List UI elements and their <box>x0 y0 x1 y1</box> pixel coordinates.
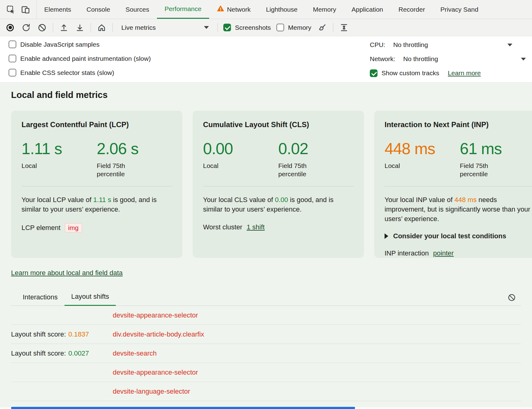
layout-shift-row[interactable]: div.devsite-floating-action-buttons <box>11 401 521 407</box>
page-title: Local and field metrics <box>11 90 521 100</box>
layout-shift-row[interactable]: devsite-appearance-selector <box>11 363 521 382</box>
lcp-field-label: Field 75th percentile <box>97 162 136 178</box>
layout-shift-row[interactable]: Layout shift score: 0.0027 devsite-searc… <box>11 344 521 363</box>
tab-performance[interactable]: Performance <box>157 0 209 19</box>
network-label: Network: <box>370 55 395 63</box>
lcp-field-value: 2.06 s <box>97 139 172 158</box>
cls-shift-link[interactable]: 1 shift <box>247 223 265 231</box>
live-metrics-panel: Local and field metrics Largest Contentf… <box>0 83 532 407</box>
screenshots-checkbox[interactable] <box>223 24 231 31</box>
cls-worst-cluster-label: Worst cluster <box>203 223 242 231</box>
shift-element-link[interactable]: devsite-language-selector <box>113 388 190 395</box>
cls-card: Cumulative Layout Shift (CLS) 0.00 Local… <box>193 111 364 258</box>
warning-icon <box>217 5 224 14</box>
inp-card-title: Interaction to Next Paint (INP) <box>385 120 532 129</box>
lcp-card: Largest Contentful Paint (LCP) 1.11 s Lo… <box>11 111 182 258</box>
save-profile-icon[interactable] <box>75 22 85 33</box>
custom-tracks-checkbox-row[interactable]: Show custom tracks <box>370 69 439 77</box>
network-throttling-select[interactable]: No throttling <box>403 55 438 63</box>
css-selector-stats-row[interactable]: Enable CSS selector stats (slow) <box>9 69 151 76</box>
memory-checkbox-row[interactable]: Memory <box>276 24 311 31</box>
cls-card-title: Cumulative Layout Shift (CLS) <box>203 120 354 129</box>
screenshots-checkbox-row[interactable]: Screenshots <box>223 24 271 31</box>
tab-sources[interactable]: Sources <box>118 0 157 19</box>
record-and-reload-icon[interactable] <box>21 22 31 33</box>
cls-field-label: Field 75th percentile <box>278 162 318 178</box>
advanced-paint-checkbox[interactable] <box>9 55 16 62</box>
custom-tracks-learn-more-link[interactable]: Learn more <box>448 69 481 77</box>
inp-field-label: Field 75th percentile <box>460 162 499 178</box>
tab-console[interactable]: Console <box>79 0 118 19</box>
tab-lighthouse[interactable]: Lighthouse <box>258 0 305 19</box>
shift-score-value: 0.1837 <box>68 330 89 338</box>
css-selector-stats-checkbox[interactable] <box>9 69 16 76</box>
inp-local-label: Local <box>385 162 460 170</box>
lcp-local-label: Local <box>22 162 97 170</box>
shift-element-link[interactable]: div.devsite-article-body.clearfix <box>113 330 204 338</box>
lcp-description: Your local LCP value of 1.11 s is good, … <box>22 195 172 214</box>
toolbar-divider <box>217 23 218 32</box>
tab-interactions[interactable]: Interactions <box>16 293 65 306</box>
devtools-tab-bar: Elements Console Sources Performance Net… <box>0 0 532 19</box>
lcp-element-badge[interactable]: img <box>65 223 82 232</box>
lcp-element-label: LCP element <box>22 224 61 232</box>
inp-pointer-link[interactable]: pointer <box>433 249 454 257</box>
layout-shift-row[interactable]: devsite-appearance-selector <box>11 306 521 325</box>
cpu-throttling-row: CPU: No throttling <box>370 41 523 49</box>
screenshots-label: Screenshots <box>235 24 271 31</box>
learn-more-local-field-link[interactable]: Learn more about local and field data <box>11 269 123 277</box>
inp-values: 448 ms Local 61 ms Field 75th percentile <box>385 139 532 178</box>
load-profile-icon[interactable] <box>59 22 69 33</box>
inp-card: Interaction to Next Paint (INP) 448 ms L… <box>374 111 532 258</box>
disable-js-samples-checkbox[interactable] <box>9 41 16 48</box>
layout-shift-row[interactable]: Layout shift score: 0.1837 div.devsite-a… <box>11 325 521 344</box>
collapse-icon[interactable] <box>339 22 349 33</box>
horizontal-scrollbar-thumb[interactable] <box>11 407 355 409</box>
tab-recorder[interactable]: Recorder <box>391 0 432 19</box>
inp-inline-value: 448 ms <box>454 196 476 204</box>
local-test-conditions-disclosure[interactable]: Consider your local test conditions <box>385 232 532 240</box>
inp-field-value: 61 ms <box>460 139 532 158</box>
cls-values: 0.00 Local 0.02 Field 75th percentile <box>203 139 354 178</box>
record-icon[interactable] <box>5 22 15 33</box>
tab-memory[interactable]: Memory <box>305 0 344 19</box>
panel-tabs: Elements Console Sources Performance Net… <box>37 0 486 19</box>
lcp-local-value: 1.11 s <box>22 139 97 158</box>
lcp-inline-value: 1.11 s <box>93 196 111 204</box>
local-test-conditions-label: Consider your local test conditions <box>393 232 506 240</box>
shift-element-link[interactable]: devsite-search <box>113 349 157 357</box>
layout-shift-row[interactable]: devsite-language-selector <box>11 382 521 401</box>
toolbar-divider <box>91 23 91 32</box>
clear-log-icon[interactable] <box>507 293 516 303</box>
tab-layout-shifts[interactable]: Layout shifts <box>65 293 116 306</box>
toggle-device-toolbar-icon[interactable] <box>20 4 31 15</box>
css-selector-stats-label: Enable CSS selector stats (slow) <box>20 69 114 76</box>
cls-inline-value: 0.00 <box>275 196 288 204</box>
custom-tracks-checkbox[interactable] <box>370 69 377 77</box>
memory-checkbox[interactable] <box>276 24 284 31</box>
home-icon[interactable] <box>96 22 107 33</box>
live-metrics-log: Interactions Layout shifts devsite-appea… <box>11 291 521 407</box>
tab-privacy-sandbox[interactable]: Privacy Sand <box>433 0 486 19</box>
disable-js-samples-row[interactable]: Disable JavaScript samples <box>9 41 151 48</box>
cls-local-label: Local <box>203 162 278 170</box>
shift-element-link[interactable]: devsite-appearance-selector <box>113 311 198 319</box>
advanced-paint-label: Enable advanced paint instrumentation (s… <box>20 55 151 62</box>
advanced-paint-row[interactable]: Enable advanced paint instrumentation (s… <box>9 55 151 62</box>
chevron-down-icon <box>204 26 209 29</box>
cpu-throttling-select[interactable]: No throttling <box>393 41 428 49</box>
tab-network[interactable]: Network <box>209 0 258 19</box>
live-metrics-dropdown[interactable]: Live metrics <box>118 21 212 34</box>
settings-checkbox-list: Disable JavaScript samples Enable advanc… <box>9 41 151 77</box>
collect-garbage-icon[interactable] <box>317 22 327 33</box>
inspect-element-icon[interactable] <box>6 4 16 15</box>
chevron-down-icon[interactable] <box>521 58 526 60</box>
chevron-down-icon[interactable] <box>507 44 512 46</box>
shift-score: Layout shift score: 0.0027 <box>11 349 113 357</box>
tab-elements[interactable]: Elements <box>37 0 79 19</box>
performance-toolbar: Live metrics Screenshots Memory <box>0 19 532 36</box>
tab-application[interactable]: Application <box>344 0 391 19</box>
clear-icon[interactable] <box>37 22 47 33</box>
toolbar-divider <box>333 23 333 32</box>
shift-element-link[interactable]: devsite-appearance-selector <box>113 368 198 376</box>
